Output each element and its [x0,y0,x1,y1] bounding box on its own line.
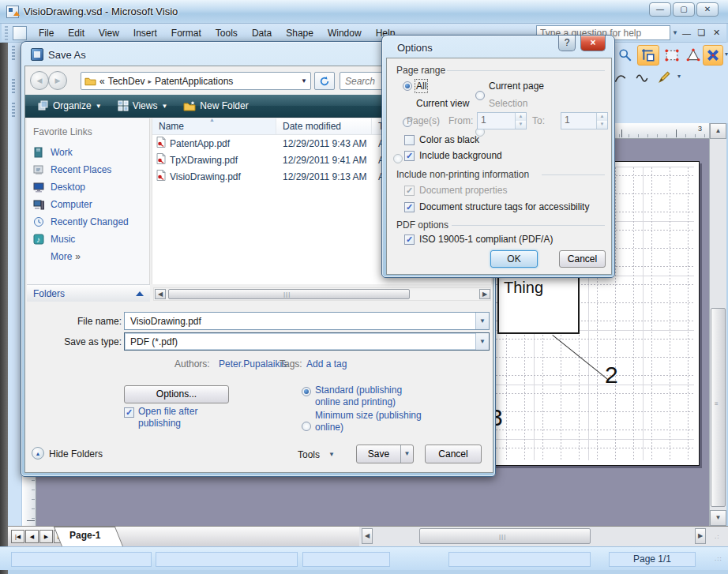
vertical-scrollbar[interactable]: ▲ ≡ ▼ [709,123,726,526]
file-name-value[interactable]: VisioDrawing.pdf [125,316,475,327]
save-type-value[interactable]: PDF (*.pdf) [125,336,475,347]
current-page-radio-label[interactable]: Current page [489,81,544,92]
number-2-shape[interactable]: 2 [605,362,618,388]
save-type-combo[interactable]: PDF (*.pdf) ▼ [124,332,490,351]
horizontal-scroll-thumb[interactable]: ||| [419,528,591,544]
close-button[interactable]: ✕ [696,2,719,17]
sidebar-item-recent-places[interactable]: Recent Places [27,161,149,178]
freeform-tool-icon[interactable] [632,67,652,88]
hide-folders-button[interactable]: Hide Folders [49,448,103,460]
shape-tool-icon[interactable] [683,45,704,66]
close-icon[interactable]: × [580,36,606,51]
toolbar-overflow-icon[interactable]: ▾ [725,51,728,58]
next-page-button[interactable]: ▶ [39,530,53,543]
snap-glue-tool-icon[interactable] [637,45,659,66]
menu-item[interactable]: Data [245,25,279,41]
list-scroll-thumb[interactable]: ||| [168,289,410,299]
sidebar-item-work[interactable]: Work [27,144,149,161]
file-name-combo[interactable]: VisioDrawing.pdf ▼ [124,312,490,330]
all-radio-label[interactable]: All [416,81,426,92]
folders-expander[interactable]: Folders [27,284,150,302]
tools-dropdown-icon[interactable]: ▼ [328,451,335,458]
document-structure-label[interactable]: Document structure tags for accessibilit… [419,201,589,212]
scroll-right-icon[interactable]: ▶ [695,528,706,544]
open-after-label[interactable]: Open file after publishing [138,406,227,430]
menu-item[interactable]: Format [164,25,208,41]
sidebar-item-desktop[interactable]: Desktop [27,178,149,196]
tools-button[interactable]: Tools [298,449,320,460]
sidebar-item-more[interactable]: More » [27,248,149,265]
toolbar-grip[interactable] [12,103,15,118]
breadcrumb-root[interactable]: TechDev [108,76,145,87]
cancel-button[interactable]: Cancel [559,250,606,268]
current-view-radio-label[interactable]: Current view [416,98,469,109]
menu-item[interactable]: Insert [126,25,164,41]
column-header-name[interactable]: ▲ Name [152,118,276,134]
ok-button[interactable]: OK [490,250,538,268]
menu-item[interactable]: File [32,25,61,41]
toolbar-grip[interactable] [12,46,15,62]
color-as-black-label[interactable]: Color as black [419,134,479,145]
authors-value[interactable]: Peter.Pupalaikis [219,358,287,370]
include-background-label[interactable]: Include background [419,150,502,161]
scroll-left-icon[interactable]: ◀ [155,289,166,299]
chevron-down-icon[interactable]: ▼ [475,313,489,329]
delete-tool-icon[interactable] [703,45,723,66]
include-background-checkbox[interactable]: ✓ [404,151,415,161]
prev-page-button[interactable]: ◀ [25,530,39,543]
minimize-button[interactable]: — [649,2,671,17]
scroll-down-icon[interactable]: ▼ [710,510,726,526]
scroll-up-icon[interactable]: ▲ [710,123,726,139]
refresh-button[interactable] [314,72,335,90]
menu-item[interactable]: Tools [208,25,245,41]
save-button[interactable]: Save [357,445,400,463]
doc-close-icon[interactable]: ✕ [710,28,723,38]
views-button[interactable]: Views ▼ [111,97,174,114]
toolbar-grip[interactable] [12,79,15,95]
save-split-button[interactable]: Save ▼ [356,445,414,463]
address-bar[interactable]: « TechDev ▸ PatentApplications ▼ [81,72,311,90]
vertical-scroll-thumb[interactable]: ≡ [711,308,726,507]
chevron-down-icon[interactable]: ▼ [475,333,489,350]
first-page-button[interactable]: |◀ [11,530,24,543]
thing-shape[interactable]: Thing [497,276,580,334]
minimum-size-radio[interactable] [302,422,311,431]
open-after-checkbox[interactable]: ✓ [124,407,134,418]
zoom-tool-icon[interactable] [615,45,636,66]
maximize-button[interactable]: ▢ [673,2,695,17]
menu-item[interactable]: Shape [279,25,321,41]
save-dropdown-icon[interactable]: ▼ [400,445,413,463]
scroll-right-icon[interactable]: ▶ [479,289,490,299]
current-page-radio[interactable] [475,91,485,100]
color-as-black-checkbox[interactable] [404,135,415,145]
help-dropdown-icon[interactable]: ▼ [672,29,678,36]
breadcrumb-current[interactable]: PatentApplications [155,76,233,87]
tags-add-link[interactable]: Add a tag [306,358,347,370]
toolbar-grip[interactable] [5,26,8,40]
all-radio[interactable] [403,81,412,91]
address-dropdown-icon[interactable]: ▼ [301,77,307,84]
standard-radio-label[interactable]: Standard (publishing online and printing… [315,385,419,408]
file-list-scrollbar[interactable]: ◀ ||| ▶ [153,287,491,301]
menu-item[interactable]: View [92,25,126,41]
doc-minimize-icon[interactable]: — [680,28,693,38]
back-button[interactable]: ◀ [30,71,49,90]
help-icon[interactable]: ? [558,36,576,51]
iso-compliant-label[interactable]: ISO 19005-1 compliant (PDF/A) [419,234,553,245]
new-folder-button[interactable]: New Folder [177,97,254,114]
forward-button[interactable]: ▶ [48,71,67,90]
page-tab[interactable]: Page-1 [62,527,123,546]
horizontal-scrollbar[interactable]: ◀ ||| ▶ .: [359,526,728,546]
menu-item[interactable]: Window [321,25,369,41]
menu-item[interactable]: Edit [61,25,92,41]
pencil-tool-icon[interactable] [654,67,674,88]
cancel-button[interactable]: Cancel [425,445,482,463]
standard-radio[interactable] [302,387,311,396]
sidebar-item-music[interactable]: ♪ Music [27,231,149,248]
sidebar-item-computer[interactable]: Computer [27,196,149,213]
select-area-tool-icon[interactable] [662,45,682,66]
organize-button[interactable]: Organize ▼ [32,97,108,114]
document-structure-checkbox[interactable]: ✓ [404,202,415,212]
iso-compliant-checkbox[interactable]: ✓ [404,234,415,245]
toolbar-overflow-icon[interactable]: ▾ [677,73,681,80]
